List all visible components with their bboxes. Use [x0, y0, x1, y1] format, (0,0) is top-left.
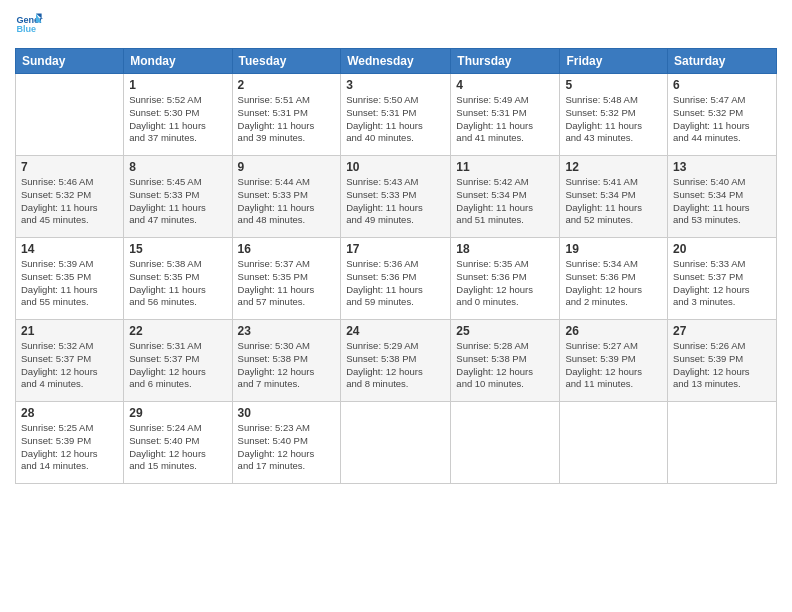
calendar-table: SundayMondayTuesdayWednesdayThursdayFrid…	[15, 48, 777, 484]
calendar-cell: 10Sunrise: 5:43 AM Sunset: 5:33 PM Dayli…	[341, 156, 451, 238]
calendar-cell: 7Sunrise: 5:46 AM Sunset: 5:32 PM Daylig…	[16, 156, 124, 238]
calendar-cell: 24Sunrise: 5:29 AM Sunset: 5:38 PM Dayli…	[341, 320, 451, 402]
day-info: Sunrise: 5:39 AM Sunset: 5:35 PM Dayligh…	[21, 258, 118, 309]
day-info: Sunrise: 5:32 AM Sunset: 5:37 PM Dayligh…	[21, 340, 118, 391]
calendar-cell: 11Sunrise: 5:42 AM Sunset: 5:34 PM Dayli…	[451, 156, 560, 238]
day-info: Sunrise: 5:52 AM Sunset: 5:30 PM Dayligh…	[129, 94, 226, 145]
weekday-header-sunday: Sunday	[16, 49, 124, 74]
day-info: Sunrise: 5:38 AM Sunset: 5:35 PM Dayligh…	[129, 258, 226, 309]
day-info: Sunrise: 5:23 AM Sunset: 5:40 PM Dayligh…	[238, 422, 336, 473]
day-info: Sunrise: 5:40 AM Sunset: 5:34 PM Dayligh…	[673, 176, 771, 227]
day-number: 15	[129, 242, 226, 256]
day-number: 5	[565, 78, 662, 92]
calendar-cell: 1Sunrise: 5:52 AM Sunset: 5:30 PM Daylig…	[124, 74, 232, 156]
weekday-header-tuesday: Tuesday	[232, 49, 341, 74]
day-info: Sunrise: 5:41 AM Sunset: 5:34 PM Dayligh…	[565, 176, 662, 227]
day-info: Sunrise: 5:29 AM Sunset: 5:38 PM Dayligh…	[346, 340, 445, 391]
day-number: 22	[129, 324, 226, 338]
day-number: 11	[456, 160, 554, 174]
day-info: Sunrise: 5:45 AM Sunset: 5:33 PM Dayligh…	[129, 176, 226, 227]
day-info: Sunrise: 5:35 AM Sunset: 5:36 PM Dayligh…	[456, 258, 554, 309]
calendar-cell	[451, 402, 560, 484]
day-info: Sunrise: 5:50 AM Sunset: 5:31 PM Dayligh…	[346, 94, 445, 145]
day-info: Sunrise: 5:48 AM Sunset: 5:32 PM Dayligh…	[565, 94, 662, 145]
calendar-cell: 21Sunrise: 5:32 AM Sunset: 5:37 PM Dayli…	[16, 320, 124, 402]
day-number: 17	[346, 242, 445, 256]
day-info: Sunrise: 5:37 AM Sunset: 5:35 PM Dayligh…	[238, 258, 336, 309]
calendar-cell: 18Sunrise: 5:35 AM Sunset: 5:36 PM Dayli…	[451, 238, 560, 320]
calendar-cell: 3Sunrise: 5:50 AM Sunset: 5:31 PM Daylig…	[341, 74, 451, 156]
calendar-cell: 8Sunrise: 5:45 AM Sunset: 5:33 PM Daylig…	[124, 156, 232, 238]
day-number: 1	[129, 78, 226, 92]
day-number: 10	[346, 160, 445, 174]
day-info: Sunrise: 5:42 AM Sunset: 5:34 PM Dayligh…	[456, 176, 554, 227]
day-number: 3	[346, 78, 445, 92]
day-info: Sunrise: 5:36 AM Sunset: 5:36 PM Dayligh…	[346, 258, 445, 309]
day-info: Sunrise: 5:51 AM Sunset: 5:31 PM Dayligh…	[238, 94, 336, 145]
weekday-header-friday: Friday	[560, 49, 668, 74]
weekday-header-thursday: Thursday	[451, 49, 560, 74]
day-number: 30	[238, 406, 336, 420]
general-blue-logo: General Blue	[15, 10, 43, 38]
day-number: 14	[21, 242, 118, 256]
day-number: 13	[673, 160, 771, 174]
day-number: 27	[673, 324, 771, 338]
calendar-cell: 14Sunrise: 5:39 AM Sunset: 5:35 PM Dayli…	[16, 238, 124, 320]
day-number: 20	[673, 242, 771, 256]
day-number: 6	[673, 78, 771, 92]
day-info: Sunrise: 5:33 AM Sunset: 5:37 PM Dayligh…	[673, 258, 771, 309]
day-number: 24	[346, 324, 445, 338]
day-number: 2	[238, 78, 336, 92]
day-info: Sunrise: 5:28 AM Sunset: 5:38 PM Dayligh…	[456, 340, 554, 391]
day-info: Sunrise: 5:44 AM Sunset: 5:33 PM Dayligh…	[238, 176, 336, 227]
calendar-cell: 29Sunrise: 5:24 AM Sunset: 5:40 PM Dayli…	[124, 402, 232, 484]
day-number: 16	[238, 242, 336, 256]
day-info: Sunrise: 5:26 AM Sunset: 5:39 PM Dayligh…	[673, 340, 771, 391]
calendar-cell: 13Sunrise: 5:40 AM Sunset: 5:34 PM Dayli…	[668, 156, 777, 238]
day-info: Sunrise: 5:25 AM Sunset: 5:39 PM Dayligh…	[21, 422, 118, 473]
day-number: 4	[456, 78, 554, 92]
calendar-cell: 26Sunrise: 5:27 AM Sunset: 5:39 PM Dayli…	[560, 320, 668, 402]
day-info: Sunrise: 5:47 AM Sunset: 5:32 PM Dayligh…	[673, 94, 771, 145]
calendar-cell: 12Sunrise: 5:41 AM Sunset: 5:34 PM Dayli…	[560, 156, 668, 238]
calendar-cell: 27Sunrise: 5:26 AM Sunset: 5:39 PM Dayli…	[668, 320, 777, 402]
day-number: 19	[565, 242, 662, 256]
calendar-cell: 9Sunrise: 5:44 AM Sunset: 5:33 PM Daylig…	[232, 156, 341, 238]
day-info: Sunrise: 5:24 AM Sunset: 5:40 PM Dayligh…	[129, 422, 226, 473]
day-number: 23	[238, 324, 336, 338]
day-number: 21	[21, 324, 118, 338]
calendar-cell: 19Sunrise: 5:34 AM Sunset: 5:36 PM Dayli…	[560, 238, 668, 320]
calendar-cell: 30Sunrise: 5:23 AM Sunset: 5:40 PM Dayli…	[232, 402, 341, 484]
day-number: 7	[21, 160, 118, 174]
calendar-cell	[341, 402, 451, 484]
day-info: Sunrise: 5:31 AM Sunset: 5:37 PM Dayligh…	[129, 340, 226, 391]
calendar-cell: 2Sunrise: 5:51 AM Sunset: 5:31 PM Daylig…	[232, 74, 341, 156]
calendar-cell	[16, 74, 124, 156]
calendar-cell: 28Sunrise: 5:25 AM Sunset: 5:39 PM Dayli…	[16, 402, 124, 484]
calendar-cell: 5Sunrise: 5:48 AM Sunset: 5:32 PM Daylig…	[560, 74, 668, 156]
calendar-cell: 17Sunrise: 5:36 AM Sunset: 5:36 PM Dayli…	[341, 238, 451, 320]
calendar-cell	[560, 402, 668, 484]
svg-text:Blue: Blue	[16, 24, 36, 34]
calendar-cell: 15Sunrise: 5:38 AM Sunset: 5:35 PM Dayli…	[124, 238, 232, 320]
day-number: 28	[21, 406, 118, 420]
day-number: 25	[456, 324, 554, 338]
day-number: 9	[238, 160, 336, 174]
calendar-cell: 4Sunrise: 5:49 AM Sunset: 5:31 PM Daylig…	[451, 74, 560, 156]
day-number: 8	[129, 160, 226, 174]
day-number: 29	[129, 406, 226, 420]
day-info: Sunrise: 5:34 AM Sunset: 5:36 PM Dayligh…	[565, 258, 662, 309]
day-info: Sunrise: 5:49 AM Sunset: 5:31 PM Dayligh…	[456, 94, 554, 145]
calendar-cell: 16Sunrise: 5:37 AM Sunset: 5:35 PM Dayli…	[232, 238, 341, 320]
day-info: Sunrise: 5:27 AM Sunset: 5:39 PM Dayligh…	[565, 340, 662, 391]
day-number: 18	[456, 242, 554, 256]
weekday-header-wednesday: Wednesday	[341, 49, 451, 74]
calendar-cell	[668, 402, 777, 484]
day-number: 12	[565, 160, 662, 174]
calendar-cell: 20Sunrise: 5:33 AM Sunset: 5:37 PM Dayli…	[668, 238, 777, 320]
day-info: Sunrise: 5:46 AM Sunset: 5:32 PM Dayligh…	[21, 176, 118, 227]
calendar-cell: 6Sunrise: 5:47 AM Sunset: 5:32 PM Daylig…	[668, 74, 777, 156]
day-number: 26	[565, 324, 662, 338]
calendar-cell: 22Sunrise: 5:31 AM Sunset: 5:37 PM Dayli…	[124, 320, 232, 402]
weekday-header-monday: Monday	[124, 49, 232, 74]
